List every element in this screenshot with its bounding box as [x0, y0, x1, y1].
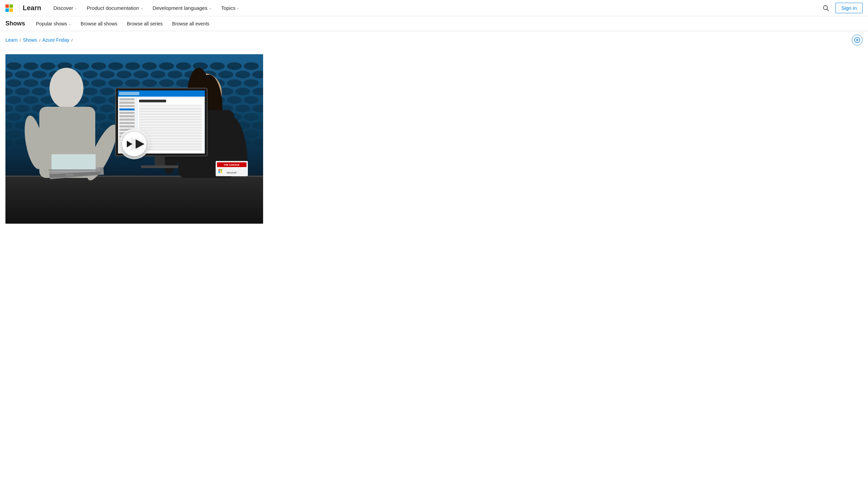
- svg-point-35: [235, 71, 250, 78]
- ms-logo-red: [5, 4, 9, 8]
- svg-rect-217: [52, 154, 96, 171]
- svg-point-34: [218, 71, 233, 78]
- shows-nav-browse-all-shows[interactable]: Browse all shows: [77, 16, 121, 31]
- ms-logo-blue: [5, 8, 9, 12]
- svg-point-8: [40, 62, 55, 70]
- browse-all-shows-label: Browse all shows: [81, 21, 117, 26]
- svg-rect-178: [119, 92, 139, 95]
- svg-rect-185: [119, 115, 135, 117]
- svg-rect-180: [119, 98, 135, 100]
- nav-item-development-languages[interactable]: Development languages ⌄: [149, 0, 216, 16]
- svg-point-29: [134, 71, 149, 78]
- svg-point-18: [210, 62, 225, 70]
- svg-rect-188: [119, 125, 135, 127]
- svg-point-16: [176, 62, 191, 70]
- svg-point-43: [108, 79, 123, 87]
- svg-rect-204: [139, 127, 202, 129]
- video-container: Surface THE GARAGE Microsoft: [0, 49, 868, 224]
- svg-rect-182: [119, 105, 135, 107]
- svg-point-15: [159, 62, 174, 70]
- svg-rect-226: [218, 171, 220, 173]
- svg-rect-184: [119, 112, 135, 114]
- video-wrapper: Surface THE GARAGE Microsoft: [5, 54, 263, 224]
- svg-point-53: [15, 88, 30, 95]
- svg-point-42: [91, 79, 106, 87]
- svg-rect-183: [119, 108, 135, 110]
- breadcrumb-shows[interactable]: Shows: [23, 37, 37, 43]
- search-button[interactable]: [819, 1, 833, 15]
- svg-rect-207: [139, 135, 202, 137]
- nav-dev-lang-label: Development languages: [153, 5, 208, 11]
- svg-rect-196: [139, 104, 202, 107]
- svg-point-68: [6, 96, 21, 104]
- svg-rect-227: [220, 171, 222, 173]
- svg-point-130: [6, 130, 21, 138]
- top-navigation: Learn Discover ⌄ Product documentation ⌄…: [0, 0, 868, 16]
- svg-point-97: [235, 105, 250, 112]
- nav-item-topics[interactable]: Topics ⌄: [217, 0, 244, 16]
- svg-point-66: [235, 88, 250, 95]
- svg-point-19: [227, 62, 242, 70]
- svg-point-20: [244, 62, 259, 70]
- browse-all-series-label: Browse all series: [127, 21, 163, 26]
- shows-nav-browse-all-events[interactable]: Browse all events: [168, 16, 214, 31]
- play-button[interactable]: [122, 132, 146, 156]
- svg-rect-195: [139, 100, 166, 102]
- svg-rect-213: [155, 156, 165, 166]
- breadcrumb: Learn / Shows / Azure Friday /: [5, 37, 73, 43]
- svg-point-144: [244, 130, 259, 138]
- svg-point-84: [15, 105, 30, 112]
- nav-product-doc-label: Product documentation: [87, 5, 139, 11]
- svg-rect-224: [218, 169, 220, 171]
- search-icon: [823, 5, 829, 11]
- nav-product-doc-chevron: ⌄: [140, 6, 143, 10]
- microsoft-logo: [5, 4, 13, 12]
- svg-rect-202: [139, 121, 202, 123]
- svg-rect-199: [139, 113, 202, 115]
- svg-rect-197: [139, 108, 202, 110]
- svg-point-37: [6, 79, 21, 87]
- svg-point-27: [100, 71, 115, 78]
- breadcrumb-learn[interactable]: Learn: [5, 37, 18, 43]
- svg-point-46: [159, 79, 174, 87]
- svg-point-50: [227, 79, 242, 87]
- add-collection-icon: [854, 37, 860, 43]
- svg-rect-205: [139, 129, 202, 131]
- sign-in-button[interactable]: Sign in: [835, 3, 863, 13]
- nav-discover-chevron: ⌄: [75, 6, 77, 10]
- svg-rect-200: [139, 116, 202, 118]
- svg-point-6: [6, 62, 21, 70]
- shows-nav-popular-shows[interactable]: Popular shows ⌄: [32, 16, 75, 31]
- svg-point-13: [125, 62, 140, 70]
- svg-point-26: [83, 71, 98, 78]
- svg-point-7: [23, 62, 38, 70]
- nav-item-product-documentation[interactable]: Product documentation ⌄: [83, 0, 147, 16]
- play-icon: [124, 139, 134, 149]
- breadcrumb-azure-friday[interactable]: Azure Friday: [42, 37, 69, 43]
- svg-rect-203: [139, 124, 202, 126]
- svg-point-31: [167, 71, 182, 78]
- nav-topics-label: Topics: [221, 5, 236, 11]
- ms-logo-green: [9, 4, 13, 8]
- svg-point-54: [32, 88, 47, 95]
- add-collection-button[interactable]: [852, 35, 863, 45]
- svg-marker-230: [127, 141, 132, 147]
- svg-rect-187: [119, 122, 135, 124]
- shows-nav-browse-all-series[interactable]: Browse all series: [123, 16, 167, 31]
- svg-point-30: [151, 71, 165, 78]
- nav-discover-label: Discover: [53, 5, 73, 11]
- svg-point-57: [83, 88, 98, 95]
- svg-rect-201: [139, 119, 202, 121]
- nav-item-discover[interactable]: Discover ⌄: [49, 0, 81, 16]
- breadcrumb-sep-1: /: [20, 38, 21, 43]
- svg-point-163: [50, 68, 83, 108]
- shows-navigation: Shows Popular shows ⌄ Browse all shows B…: [0, 16, 868, 31]
- svg-point-11: [91, 62, 106, 70]
- svg-point-23: [32, 71, 47, 78]
- nav-dev-lang-chevron: ⌄: [209, 6, 212, 10]
- popular-shows-label: Popular shows: [36, 21, 67, 26]
- nav-topics-chevron: ⌄: [237, 6, 239, 10]
- svg-point-73: [91, 96, 106, 104]
- learn-brand-link[interactable]: Learn: [23, 4, 41, 12]
- browse-all-events-label: Browse all events: [172, 21, 210, 26]
